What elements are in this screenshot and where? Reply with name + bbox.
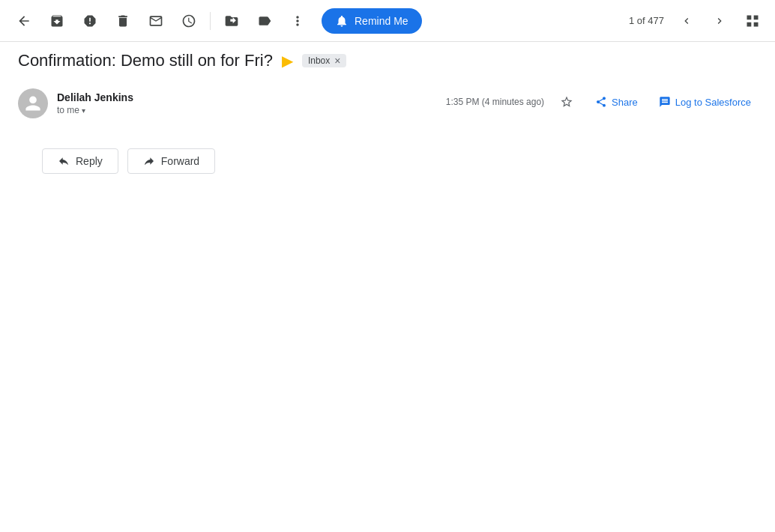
forward-label: Forward xyxy=(161,155,199,167)
toolbar-divider xyxy=(210,12,211,30)
move-to-icon xyxy=(224,13,239,28)
chevron-right-icon xyxy=(714,15,726,27)
message-area: Delilah Jenkins to me ▾ 1:35 PM (4 minut… xyxy=(0,76,775,130)
tag-arrow-icon: ▶ xyxy=(282,52,293,70)
star-button[interactable] xyxy=(553,88,580,115)
grid-icon xyxy=(745,13,760,28)
mark-unread-icon xyxy=(148,13,163,28)
inbox-badge: Inbox × xyxy=(302,54,347,67)
bell-icon xyxy=(335,14,349,28)
share-button[interactable]: Share xyxy=(589,91,644,112)
sender-info: Delilah Jenkins to me ▾ xyxy=(18,88,133,118)
back-button[interactable] xyxy=(9,6,39,36)
share-label: Share xyxy=(612,97,638,108)
message-meta-right: 1:35 PM (4 minutes ago) Share Log to Sal… xyxy=(446,88,757,115)
forward-icon xyxy=(143,155,155,167)
message-header: Delilah Jenkins to me ▾ 1:35 PM (4 minut… xyxy=(18,82,757,124)
archive-icon xyxy=(49,13,64,28)
label-as-icon xyxy=(257,13,272,28)
report-spam-icon xyxy=(82,13,97,28)
pagination-of: of 477 xyxy=(634,15,664,26)
more-options-button[interactable] xyxy=(283,6,313,36)
move-to-button[interactable] xyxy=(217,6,247,36)
sender-avatar xyxy=(18,88,48,118)
archive-button[interactable] xyxy=(42,6,72,36)
sender-to-label: to me xyxy=(57,105,79,115)
email-subject: Confirmation: Demo still on for Fri? xyxy=(18,51,273,70)
delete-button[interactable] xyxy=(108,6,138,36)
toolbar-left: Remind Me xyxy=(9,6,626,36)
snooze-icon xyxy=(181,13,196,28)
chevron-left-icon xyxy=(681,15,693,27)
subject-area: Confirmation: Demo still on for Fri? ▶ I… xyxy=(0,42,775,76)
remind-me-button[interactable]: Remind Me xyxy=(322,8,422,34)
inbox-badge-label: Inbox xyxy=(308,55,330,66)
snooze-button[interactable] xyxy=(174,6,204,36)
star-icon xyxy=(560,95,573,109)
pagination: 1 of 477 xyxy=(629,15,667,26)
remind-me-label: Remind Me xyxy=(355,15,408,27)
delete-icon xyxy=(115,13,130,28)
sender-to[interactable]: to me ▾ xyxy=(57,105,133,115)
sender-details: Delilah Jenkins to me ▾ xyxy=(57,91,133,115)
report-spam-button[interactable] xyxy=(75,6,105,36)
mark-unread-button[interactable] xyxy=(141,6,171,36)
share-icon xyxy=(595,96,607,108)
message-timestamp: 1:35 PM (4 minutes ago) xyxy=(446,97,544,107)
forward-button[interactable]: Forward xyxy=(127,148,215,174)
back-icon xyxy=(16,13,31,28)
more-options-icon xyxy=(290,13,305,28)
email-toolbar: Remind Me 1 of 477 xyxy=(0,0,775,42)
reply-button[interactable]: Reply xyxy=(42,148,118,174)
next-email-button[interactable] xyxy=(706,7,733,34)
action-buttons-area: Reply Forward xyxy=(0,130,775,192)
prev-email-button[interactable] xyxy=(673,7,700,34)
salesforce-icon xyxy=(659,96,671,108)
sender-name: Delilah Jenkins xyxy=(57,91,133,103)
label-as-button[interactable] xyxy=(250,6,280,36)
chevron-down-icon: ▾ xyxy=(82,106,85,115)
inbox-badge-close-button[interactable]: × xyxy=(334,55,340,66)
reply-label: Reply xyxy=(76,155,103,167)
toolbar-right: 1 of 477 xyxy=(629,7,766,34)
avatar-icon xyxy=(24,94,42,112)
pagination-text: 1 of 477 xyxy=(629,15,664,26)
grid-view-button[interactable] xyxy=(739,7,766,34)
reply-icon xyxy=(58,155,70,167)
log-salesforce-button[interactable]: Log to Salesforce xyxy=(653,91,757,112)
log-salesforce-label: Log to Salesforce xyxy=(675,97,751,108)
